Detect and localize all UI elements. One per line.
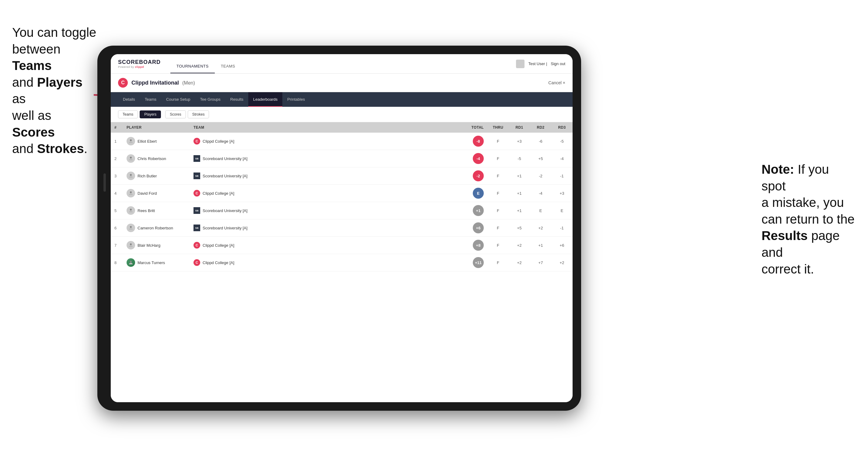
- team-logo: SB: [193, 224, 200, 231]
- cell-rd1: +1: [509, 185, 530, 202]
- cell-thru: F: [487, 237, 509, 254]
- tournament-cancel[interactable]: Cancel ×: [548, 80, 565, 85]
- sub-tab-printables[interactable]: Printables: [282, 92, 310, 107]
- team-logo: SB: [193, 173, 200, 179]
- player-avatar: [127, 189, 135, 197]
- toggle-scores[interactable]: Scores: [165, 111, 186, 118]
- team-name: Scoreboard University [A]: [203, 209, 247, 213]
- signout-link[interactable]: Sign out: [551, 61, 565, 66]
- table-header: # PLAYER TEAM TOTAL THRU RD1 RD2 RD3: [111, 122, 572, 133]
- cell-rd1: +5: [509, 219, 530, 237]
- svg-point-7: [130, 243, 132, 245]
- cell-rd1: +2: [509, 254, 530, 271]
- cell-rd1: +1: [509, 167, 530, 185]
- cell-team: CClippd College [A]: [190, 185, 460, 202]
- cell-team: SBScoreboard University [A]: [190, 202, 460, 219]
- player-avatar: [127, 241, 135, 249]
- cell-rd2: +7: [530, 254, 551, 271]
- cell-player: Elliot Ebert: [123, 133, 190, 150]
- cell-rank: 8: [111, 254, 123, 271]
- svg-point-2: [130, 157, 132, 158]
- col-thru: THRU: [487, 122, 509, 133]
- toggle-teams[interactable]: Teams: [118, 111, 138, 118]
- player-name: Chris Robertson: [137, 156, 166, 161]
- team-name: Clippd College [A]: [203, 191, 234, 196]
- cell-rd3: -4: [551, 150, 572, 167]
- col-rd1: RD1: [509, 122, 530, 133]
- toggle-strokes[interactable]: Strokes: [188, 111, 209, 118]
- score-badge: +1: [473, 205, 484, 216]
- player-avatar: [127, 206, 135, 215]
- svg-point-1: [130, 139, 132, 141]
- cell-thru: F: [487, 150, 509, 167]
- player-name: Rich Butler: [137, 174, 157, 178]
- cell-rd1: +1: [509, 202, 530, 219]
- team-name: Clippd College [A]: [203, 243, 234, 248]
- cell-rank: 7: [111, 237, 123, 254]
- app-logo-sub: Powered by clippd: [118, 65, 161, 68]
- toggle-players[interactable]: Players: [140, 111, 161, 118]
- table-row: 5Rees BrittSBScoreboard University [A]+1…: [111, 202, 572, 219]
- cell-thru: F: [487, 254, 509, 271]
- cell-rank: 6: [111, 219, 123, 237]
- cell-rd3: -1: [551, 167, 572, 185]
- cell-total: +11: [460, 254, 487, 271]
- cell-rd3: E: [551, 202, 572, 219]
- team-name: Scoreboard University [A]: [203, 156, 247, 161]
- team-logo: C: [193, 138, 200, 145]
- cell-rd2: -6: [530, 133, 551, 150]
- score-badge: +11: [473, 257, 484, 268]
- cell-rd1: -5: [509, 150, 530, 167]
- tablet-screen: SCOREBOARD Powered by clippd TOURNAMENTS…: [111, 54, 572, 402]
- score-badge: -4: [473, 153, 484, 164]
- main-nav-tabs: TOURNAMENTS TEAMS: [170, 54, 241, 73]
- left-annotation: You can toggle between Teams and Players…: [12, 24, 97, 157]
- table-row: 2Chris RobertsonSBScoreboard University …: [111, 150, 572, 167]
- table-body: 1Elliot EbertCClippd College [A]-8F+3-6-…: [111, 133, 572, 271]
- cell-team: CClippd College [A]: [190, 237, 460, 254]
- sub-tab-tee-groups[interactable]: Tee Groups: [195, 92, 225, 107]
- cell-rd2: +2: [530, 219, 551, 237]
- nav-tab-tournaments[interactable]: TOURNAMENTS: [170, 64, 215, 73]
- svg-point-5: [130, 209, 132, 211]
- sub-tab-results[interactable]: Results: [225, 92, 248, 107]
- svg-point-4: [130, 191, 132, 193]
- sub-tab-course-setup[interactable]: Course Setup: [161, 92, 195, 107]
- svg-point-8: [130, 261, 132, 262]
- cell-rd2: -4: [530, 185, 551, 202]
- team-logo: C: [193, 242, 200, 249]
- cell-total: +6: [460, 219, 487, 237]
- table-row: 6Cameron RobertsonSBScoreboard Universit…: [111, 219, 572, 237]
- score-badge: E: [473, 188, 484, 199]
- cell-rd2: +5: [530, 150, 551, 167]
- svg-point-3: [130, 174, 132, 176]
- player-avatar: [127, 224, 135, 232]
- cell-rd1: +2: [509, 237, 530, 254]
- app-logo: SCOREBOARD: [118, 59, 161, 65]
- cell-rank: 4: [111, 185, 123, 202]
- user-avatar: [516, 60, 525, 68]
- cell-player: Rees Britt: [123, 202, 190, 219]
- toggle-bar: Teams Players Scores Strokes: [111, 107, 572, 122]
- cell-team: CClippd College [A]: [190, 133, 460, 150]
- col-team: TEAM: [190, 122, 460, 133]
- cell-rd3: +2: [551, 254, 572, 271]
- cell-rank: 3: [111, 167, 123, 185]
- user-label: Test User |: [528, 61, 547, 66]
- leaderboard-table: # PLAYER TEAM TOTAL THRU RD1 RD2 RD3 1El…: [111, 122, 572, 402]
- tournament-bar: C Clippd Invitational (Men) Cancel ×: [111, 74, 572, 92]
- team-name: Clippd College [A]: [203, 260, 234, 265]
- cell-total: +8: [460, 237, 487, 254]
- player-name: Cameron Robertson: [137, 226, 173, 230]
- tournament-logo: C: [118, 78, 128, 88]
- logo-area: SCOREBOARD Powered by clippd: [118, 59, 161, 68]
- score-badge: -2: [473, 170, 484, 181]
- player-avatar: [127, 172, 135, 180]
- sub-tab-leaderboards[interactable]: Leaderboards: [248, 92, 282, 107]
- cell-total: +1: [460, 202, 487, 219]
- nav-tab-teams[interactable]: TEAMS: [215, 64, 241, 73]
- sub-tab-details[interactable]: Details: [118, 92, 140, 107]
- sub-tab-teams[interactable]: Teams: [140, 92, 161, 107]
- score-badge: -8: [473, 136, 484, 147]
- player-name: Elliot Ebert: [137, 139, 157, 144]
